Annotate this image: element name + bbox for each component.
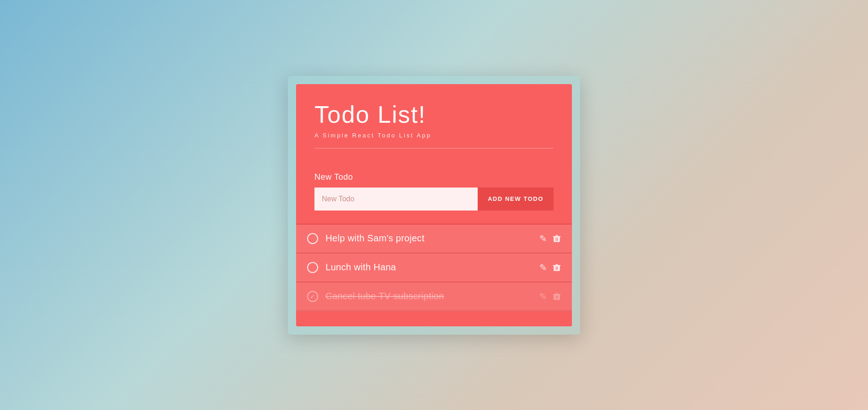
todo-text-1: Help with Sam's project [326, 233, 539, 244]
add-todo-button[interactable]: ADD NEW TODO [478, 188, 554, 211]
svg-rect-5 [554, 265, 560, 271]
edit-icon-2[interactable] [539, 263, 547, 272]
edit-icon-1[interactable] [539, 234, 547, 243]
svg-rect-11 [556, 293, 558, 294]
edit-icon-3[interactable] [539, 292, 547, 301]
app-header: Todo List! A Simple React Todo List App [296, 84, 572, 159]
svg-rect-3 [556, 237, 557, 241]
svg-rect-12 [553, 294, 561, 295]
delete-icon-3[interactable] [553, 292, 561, 301]
svg-rect-2 [553, 236, 561, 237]
app-subtitle: A Simple React Todo List App [314, 132, 554, 139]
svg-rect-14 [557, 295, 558, 299]
todo-item-completed: ✓ Cancel tube TV subscription [296, 283, 572, 312]
todo-checkbox-2[interactable]: ✓ [307, 262, 318, 273]
app-title: Todo List! [314, 101, 554, 128]
checkmark-3: ✓ [310, 293, 315, 300]
delete-icon-2[interactable] [553, 263, 561, 272]
todo-actions-1 [539, 234, 561, 243]
todo-text-2: Lunch with Hana [326, 262, 539, 273]
svg-rect-10 [554, 294, 560, 300]
svg-rect-4 [557, 237, 558, 241]
header-divider [314, 148, 554, 148]
todo-checkbox-3[interactable]: ✓ [307, 291, 318, 302]
new-todo-section: New Todo ADD NEW TODO [296, 159, 572, 223]
todo-text-3: Cancel tube TV subscription [326, 291, 539, 302]
svg-rect-9 [557, 266, 558, 270]
new-todo-input[interactable] [314, 188, 478, 211]
svg-rect-1 [556, 235, 558, 236]
app-footer [296, 312, 572, 326]
svg-rect-7 [553, 265, 561, 266]
todo-checkbox-1[interactable]: ✓ [307, 233, 318, 244]
todo-item: ✓ Lunch with Hana [296, 254, 572, 283]
delete-icon-1[interactable] [553, 234, 561, 243]
todo-list: ✓ Help with Sam's project [296, 223, 572, 312]
input-row: ADD NEW TODO [314, 188, 554, 211]
svg-rect-8 [556, 266, 557, 270]
svg-rect-13 [556, 295, 557, 299]
svg-rect-0 [554, 236, 560, 242]
shadow-card: Todo List! A Simple React Todo List App … [288, 76, 580, 335]
todo-actions-3 [539, 292, 561, 301]
todo-actions-2 [539, 263, 561, 272]
svg-rect-6 [556, 264, 558, 265]
todo-item: ✓ Help with Sam's project [296, 225, 572, 254]
app-card: Todo List! A Simple React Todo List App … [296, 84, 572, 326]
new-todo-label: New Todo [314, 172, 554, 182]
